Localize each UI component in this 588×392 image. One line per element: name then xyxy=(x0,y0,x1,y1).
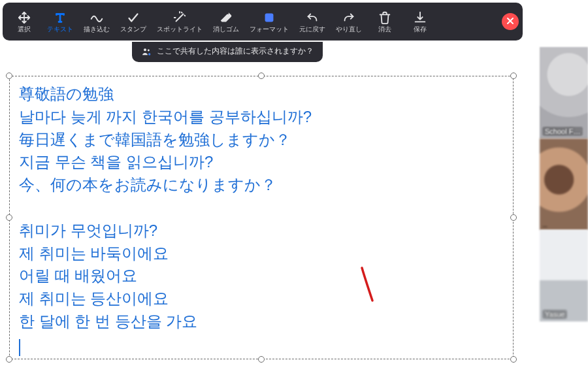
resize-handle-tm[interactable] xyxy=(258,73,265,79)
download-icon xyxy=(413,10,427,25)
spotlight-label: スポットライト xyxy=(157,26,203,33)
eraser-tool[interactable]: 消しゴム xyxy=(208,5,244,38)
participant-tile[interactable] xyxy=(540,139,588,230)
stamp-tool[interactable]: スタンプ xyxy=(115,5,152,38)
participant-tile[interactable]: Yasue xyxy=(540,230,588,321)
participant-name: School F… xyxy=(542,127,583,136)
participant-tile[interactable]: School F… xyxy=(540,47,588,139)
svg-point-2 xyxy=(148,49,150,51)
save-tool[interactable]: 保存 xyxy=(402,5,438,38)
select-label: 選択 xyxy=(18,26,31,33)
text-label: テキスト xyxy=(47,26,73,33)
spotlight-tool[interactable]: スポットライト xyxy=(152,5,208,38)
resize-handle-tl[interactable] xyxy=(6,73,12,79)
resize-handle-lm[interactable] xyxy=(6,214,12,221)
participant-name: Yasue xyxy=(542,310,567,319)
wave-icon xyxy=(90,10,104,25)
clear-label: 消去 xyxy=(378,26,391,33)
eraser-label: 消しゴム xyxy=(213,26,239,33)
participant-name xyxy=(542,226,547,227)
people-icon xyxy=(141,46,152,57)
annotation-text-content[interactable]: 尊敬語の勉強 날마다 늦게 까지 한국어를 공부하십니까? 毎日遅くまで韓国語を… xyxy=(19,83,504,356)
undo-icon xyxy=(305,10,319,25)
clear-tool[interactable]: 消去 xyxy=(367,5,402,38)
close-toolbar-button[interactable] xyxy=(502,13,519,30)
svg-point-3 xyxy=(148,53,150,55)
draw-label: 描き込む xyxy=(84,26,110,33)
text-icon xyxy=(53,10,67,25)
participants-panel: School F… Yasue xyxy=(540,47,588,321)
resize-handle-tr[interactable] xyxy=(510,73,517,79)
trash-icon xyxy=(378,10,392,25)
share-privacy-text: ここで共有した内容は誰に表示されますか？ xyxy=(157,46,314,57)
draw-tool[interactable]: 描き込む xyxy=(78,5,115,38)
format-tool[interactable]: フォーマット xyxy=(244,5,294,38)
undo-tool[interactable]: 元に戻す xyxy=(294,5,331,38)
text-tool[interactable]: テキスト xyxy=(42,5,78,38)
resize-handle-rm[interactable] xyxy=(510,214,517,221)
annotation-text-frame[interactable]: 尊敬語の勉強 날마다 늦게 까지 한국어를 공부하십니까? 毎日遅くまで韓国語を… xyxy=(9,76,514,359)
save-label: 保存 xyxy=(414,26,427,33)
resize-handle-br[interactable] xyxy=(510,356,517,363)
resize-handle-bm[interactable] xyxy=(258,356,265,363)
square-icon xyxy=(262,10,276,25)
move-icon xyxy=(17,10,31,25)
eraser-icon xyxy=(219,10,233,25)
resize-handle-bl[interactable] xyxy=(6,356,12,363)
check-icon xyxy=(126,10,140,25)
redo-tool[interactable]: やり直し xyxy=(331,5,367,38)
redo-icon xyxy=(342,10,356,25)
svg-point-1 xyxy=(144,48,146,51)
annotation-toolbar: 選択 テキスト 描き込む スタンプ スポットライト 消しゴム フ xyxy=(3,3,523,41)
svg-rect-0 xyxy=(265,14,274,22)
undo-label: 元に戻す xyxy=(299,26,325,33)
stamp-label: スタンプ xyxy=(120,26,146,33)
select-tool[interactable]: 選択 xyxy=(7,5,42,38)
format-label: フォーマット xyxy=(250,26,289,33)
close-icon xyxy=(506,16,514,27)
redo-label: やり直し xyxy=(336,26,362,33)
share-privacy-notice[interactable]: ここで共有した内容は誰に表示されますか？ xyxy=(132,42,323,62)
wand-icon xyxy=(172,10,187,25)
text-caret xyxy=(19,339,20,356)
